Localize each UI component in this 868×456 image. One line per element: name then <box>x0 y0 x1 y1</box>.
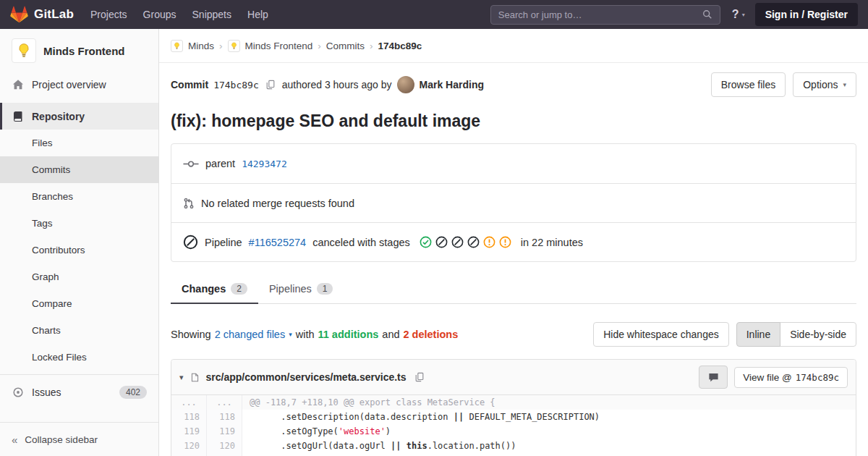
sidebar-item-branches[interactable]: Branches <box>0 183 158 210</box>
author-avatar[interactable] <box>397 76 414 93</box>
options-dropdown-button[interactable]: Options ▾ <box>793 72 856 97</box>
gitlab-home-link[interactable]: GitLab <box>10 6 74 23</box>
diff-new-line-number[interactable]: 119 <box>207 424 242 439</box>
pipeline-stage-success-icon[interactable] <box>420 236 432 248</box>
showing-label: Showing <box>171 329 211 340</box>
breadcrumb-link-commits[interactable]: Commits <box>326 41 365 51</box>
diff-new-line-number[interactable]: 118 <box>207 410 242 424</box>
breadcrumb-separator-icon: › <box>370 41 373 51</box>
sidebar-item-files[interactable]: Files <box>0 130 158 156</box>
diff-code-cell: @@ -118,7 +118,10 @@ export class MetaSe… <box>242 395 856 410</box>
breadcrumb-project-avatar <box>228 40 240 52</box>
code-token: ) <box>386 426 391 436</box>
sidebar-item-commits[interactable]: Commits <box>0 156 158 183</box>
sidebar-item-repository[interactable]: Repository <box>0 103 158 130</box>
breadcrumb: Minds›Minds Frontend›Commits›174bc89c <box>159 29 868 63</box>
commit-icon <box>183 159 199 169</box>
diff-line-row: 118118 .setDescription(data.description … <box>171 410 856 424</box>
code-token: DEFAULT_META_DESCRIPTION) <box>464 412 600 422</box>
parent-sha-link[interactable]: 14293472 <box>242 159 287 169</box>
code-token: || <box>391 441 401 451</box>
view-file-button[interactable]: View file @ 174bc89c <box>734 367 848 388</box>
sidebar-item-project-overview[interactable]: Project overview <box>0 71 158 98</box>
diff-old-line-number[interactable]: 118 <box>171 410 207 424</box>
chevron-down-icon: ▾ <box>843 81 846 88</box>
merge-request-icon <box>183 198 195 209</box>
diff-code-cell: .setOgImage(data.ogImage || 'assets/og-i… <box>242 453 856 456</box>
copy-sha-button[interactable] <box>264 78 277 91</box>
side-by-side-view-button[interactable]: Side-by-side <box>780 322 856 347</box>
author-link[interactable]: Mark Harding <box>420 79 484 90</box>
pipeline-stages <box>420 236 511 248</box>
project-header[interactable]: Minds Frontend <box>0 29 158 71</box>
diff-old-line-number[interactable]: 120 <box>171 439 207 453</box>
pipeline-stage-warning-icon[interactable] <box>499 236 511 248</box>
diff-new-line-number[interactable]: ... <box>207 395 242 410</box>
sidebar-item-charts[interactable]: Charts <box>0 317 158 344</box>
and-label: and <box>382 329 399 340</box>
breadcrumb-link-minds-frontend[interactable]: Minds Frontend <box>245 41 313 51</box>
commit-label: Commit <box>171 79 208 90</box>
diff-old-line-number[interactable]: 121 <box>171 453 207 456</box>
sidebar-item-compare[interactable]: Compare <box>0 290 158 317</box>
issues-count-badge: 402 <box>119 386 147 399</box>
navbar-item-help[interactable]: Help <box>239 9 276 20</box>
search-box[interactable] <box>490 5 720 25</box>
collapse-file-chevron-icon[interactable]: ▾ <box>179 373 184 382</box>
browse-files-button[interactable]: Browse files <box>711 72 786 97</box>
repository-icon <box>12 111 24 122</box>
pipeline-status-text: canceled with stages <box>312 237 410 248</box>
navbar-item-snippets[interactable]: Snippets <box>184 9 239 20</box>
sidebar-item-contributors[interactable]: Contributors <box>0 237 158 263</box>
gitlab-logo-icon <box>10 6 28 23</box>
inline-view-button[interactable]: Inline <box>736 322 780 347</box>
sidebar-item-tags[interactable]: Tags <box>0 210 158 237</box>
changed-files-dropdown[interactable]: 2 changed files ▾ <box>215 329 292 340</box>
diff-hunk-row: ......@@ -118,7 +118,10 @@ export class … <box>171 395 856 410</box>
tab-pipelines[interactable]: Pipelines1 <box>258 275 344 304</box>
tab-label: Pipelines <box>269 283 312 295</box>
help-dropdown[interactable]: ? ▾ <box>732 8 745 21</box>
sidebar-item-locked-files[interactable]: Locked Files <box>0 344 158 371</box>
code-token: .setOgUrl(data.ogUrl <box>250 441 391 451</box>
sign-in-button[interactable]: Sign in / Register <box>755 3 858 26</box>
tab-changes[interactable]: Changes2 <box>171 275 258 304</box>
breadcrumb-link-minds[interactable]: Minds <box>188 41 214 51</box>
hide-whitespace-button[interactable]: Hide whitespace changes <box>593 322 729 347</box>
file-path: src/app/common/services/meta.service.ts <box>206 371 407 383</box>
copy-file-path-button[interactable] <box>413 371 426 384</box>
tabs: Changes2Pipelines1 <box>171 275 856 304</box>
search-input[interactable] <box>498 9 698 20</box>
view-file-sha: 174bc89c <box>796 372 839 383</box>
pipeline-link[interactable]: #116525274 <box>249 237 307 248</box>
diff-file-header: ▾ src/app/common/services/meta.service.t… <box>171 360 856 395</box>
file-actions: View file @ 174bc89c <box>699 366 848 389</box>
toggle-comments-button[interactable] <box>699 366 728 389</box>
search-icon <box>702 9 712 20</box>
repo-sublist: FilesCommitsBranchesTagsContributorsGrap… <box>0 130 158 371</box>
merge-request-row: No related merge requests found <box>171 183 856 222</box>
diff-old-line-number[interactable]: ... <box>171 395 207 410</box>
diff-line-row: 121121 .setOgImage(data.ogImage || 'asse… <box>171 453 856 456</box>
breadcrumb-separator-icon: › <box>219 41 223 51</box>
diff-new-line-number[interactable]: 120 <box>207 439 242 453</box>
tab-count-badge: 2 <box>231 283 247 295</box>
code-token <box>401 441 407 451</box>
with-label: with <box>296 329 315 340</box>
pipeline-stage-warning-icon[interactable] <box>483 236 495 248</box>
pipeline-stage-canceled-icon[interactable] <box>467 236 480 248</box>
sidebar-item-issues[interactable]: Issues 402 <box>0 379 158 405</box>
pipeline-stage-canceled-icon[interactable] <box>451 236 464 248</box>
code-token: || <box>454 412 464 422</box>
diff-line-row: 120120 .setOgUrl(data.ogUrl || this.loca… <box>171 439 856 453</box>
navbar-item-projects[interactable]: Projects <box>82 9 135 20</box>
pipeline-stage-canceled-icon[interactable] <box>435 236 448 248</box>
breadcrumb-current: 174bc89c <box>378 41 422 51</box>
top-navbar: GitLab ProjectsGroupsSnippetsHelp ? ▾ Si… <box>0 0 868 29</box>
additions-count: 11 additions <box>318 329 379 340</box>
diff-new-line-number[interactable]: 121 <box>207 453 242 456</box>
diff-old-line-number[interactable]: 119 <box>171 424 207 439</box>
sidebar-item-graph[interactable]: Graph <box>0 263 158 290</box>
collapse-sidebar-button[interactable]: « Collapse sidebar <box>0 422 158 456</box>
navbar-item-groups[interactable]: Groups <box>135 9 184 20</box>
